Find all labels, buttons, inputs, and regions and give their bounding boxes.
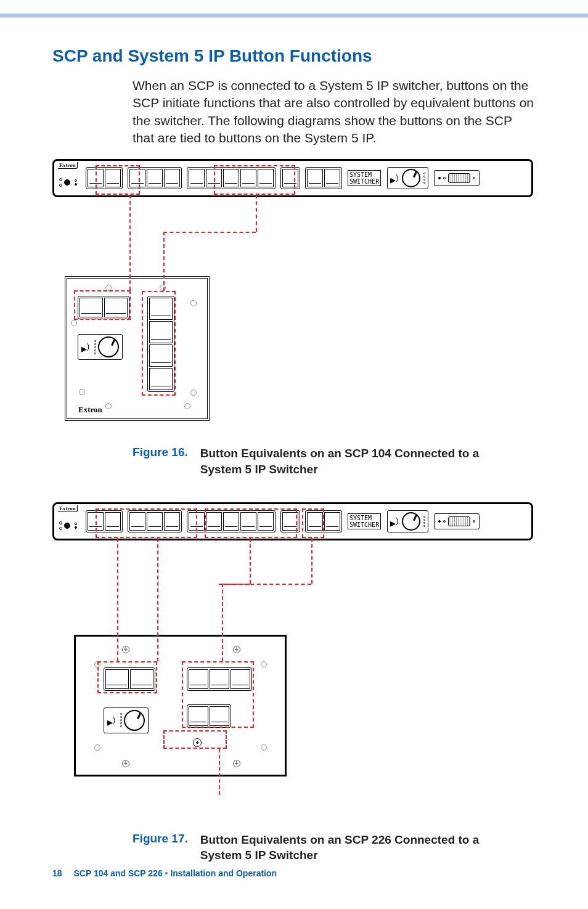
scp-button[interactable]	[104, 298, 128, 317]
switcher-button[interactable]	[223, 169, 239, 187]
scp-button[interactable]	[210, 669, 229, 689]
switcher-button[interactable]	[105, 512, 121, 531]
page-number: 18	[52, 868, 62, 878]
switcher-button[interactable]	[282, 512, 298, 531]
switcher-button[interactable]	[282, 169, 298, 187]
figure-16-diagram: Extron	[52, 159, 536, 427]
scp-button[interactable]	[149, 298, 173, 320]
speaker-icon	[107, 715, 117, 725]
intro-paragraph: When an SCP is connected to a System 5 I…	[133, 77, 536, 147]
switcher-button[interactable]	[164, 169, 180, 187]
scp-button[interactable]	[231, 669, 250, 689]
switcher-vga-section	[434, 170, 480, 186]
connector-line	[219, 584, 311, 585]
switcher-button[interactable]	[147, 512, 163, 531]
system5-switcher-device-fig17: Extron	[52, 502, 533, 540]
speaker-icon	[81, 342, 91, 352]
figure-17-diagram: Extron	[52, 502, 536, 813]
scp-button[interactable]	[149, 368, 173, 390]
switcher-button[interactable]	[105, 169, 121, 187]
vga-port[interactable]	[448, 516, 470, 526]
switcher-button[interactable]	[189, 512, 205, 531]
switcher-volume-section	[387, 510, 428, 532]
scp226-ir-receiver	[193, 738, 202, 747]
scp104-brand-label: Extron	[78, 405, 102, 415]
switcher-button[interactable]	[307, 169, 323, 187]
switcher-button[interactable]	[324, 512, 340, 531]
switcher-button[interactable]	[307, 512, 323, 531]
scp104-button-group-top	[78, 296, 129, 319]
switcher-button-group-1	[86, 167, 123, 189]
switcher-button-group-3	[187, 510, 276, 532]
switcher-button[interactable]	[206, 512, 222, 531]
switcher-button[interactable]	[147, 169, 163, 187]
scp-volume-knob[interactable]	[124, 710, 145, 731]
scp-button[interactable]	[80, 298, 103, 317]
switcher-button-group-4	[280, 510, 300, 532]
connector-line	[256, 195, 257, 232]
switcher-button[interactable]	[206, 169, 222, 187]
figure-description: Button Equivalents on an SCP 226 Connect…	[200, 832, 508, 863]
figure-number: Figure 17.	[133, 832, 188, 863]
scp-button[interactable]	[189, 669, 208, 689]
scp226-device	[74, 635, 287, 777]
volume-leds	[423, 516, 425, 527]
switcher-button-group-3	[187, 167, 276, 189]
scp-button[interactable]	[105, 669, 129, 689]
switcher-button[interactable]	[129, 512, 145, 531]
switcher-button[interactable]	[258, 169, 274, 187]
scp226-button-group-left	[104, 667, 155, 691]
page-content: SCP and System 5 IP Button Functions Whe…	[52, 46, 536, 888]
speaker-icon	[390, 173, 400, 183]
switcher-button[interactable]	[258, 512, 274, 531]
figure-17-caption: Figure 17. Button Equivalents on an SCP …	[133, 832, 536, 863]
scp-button[interactable]	[189, 706, 208, 726]
switcher-brand-label: Extron	[58, 505, 78, 512]
switcher-button[interactable]	[223, 512, 239, 531]
switcher-button[interactable]	[189, 169, 205, 187]
scp104-button-group-side	[147, 296, 174, 392]
switcher-system-label: SYSTEM SWITCHER	[348, 513, 381, 529]
switcher-brand-label: Extron	[58, 162, 78, 169]
connector-line	[311, 538, 312, 584]
switcher-vga-section	[434, 513, 480, 529]
scp226-button-group-bottom-right	[187, 704, 231, 728]
section-heading: SCP and System 5 IP Button Functions	[52, 46, 536, 66]
scp-button[interactable]	[130, 669, 153, 689]
scp226-button-group-top-right	[187, 667, 252, 691]
speaker-icon	[390, 516, 400, 526]
scp-button[interactable]	[210, 706, 229, 726]
page-footer: 18 SCP 104 and SCP 226 • Installation an…	[52, 868, 277, 878]
volume-knob[interactable]	[402, 512, 420, 531]
figure-description: Button Equivalents on an SCP 104 Connect…	[200, 446, 508, 477]
switcher-button-group-2	[128, 510, 182, 532]
switcher-button-group-1	[86, 510, 123, 532]
switcher-button-group-2	[128, 167, 182, 189]
volume-leds	[423, 173, 425, 184]
connector-line	[250, 538, 251, 584]
switcher-button[interactable]	[88, 512, 104, 531]
switcher-button-group-5	[305, 167, 342, 189]
scp-button[interactable]	[149, 321, 173, 343]
volume-leds	[94, 340, 96, 354]
system5-switcher-device-fig16: Extron	[52, 159, 533, 197]
switcher-button[interactable]	[88, 169, 104, 187]
switcher-ir-leds	[59, 178, 77, 187]
switcher-button[interactable]	[324, 169, 340, 187]
scp104-volume-section	[78, 334, 123, 360]
switcher-button[interactable]	[240, 169, 256, 187]
connector-line	[222, 584, 250, 585]
vga-port[interactable]	[448, 173, 470, 183]
switcher-button[interactable]	[164, 512, 180, 531]
figure-number: Figure 16.	[133, 446, 188, 477]
scp-volume-knob[interactable]	[98, 336, 119, 357]
scp226-volume-section	[104, 707, 149, 733]
volume-leds	[120, 713, 122, 727]
switcher-button[interactable]	[129, 169, 145, 187]
volume-knob[interactable]	[402, 169, 420, 187]
switcher-button[interactable]	[240, 512, 256, 531]
footer-section-title: Installation and Operation	[170, 868, 277, 878]
switcher-ir-leds	[59, 521, 77, 530]
scp-button[interactable]	[149, 344, 173, 367]
footer-doc-title: SCP 104 and SCP 226	[73, 868, 162, 878]
